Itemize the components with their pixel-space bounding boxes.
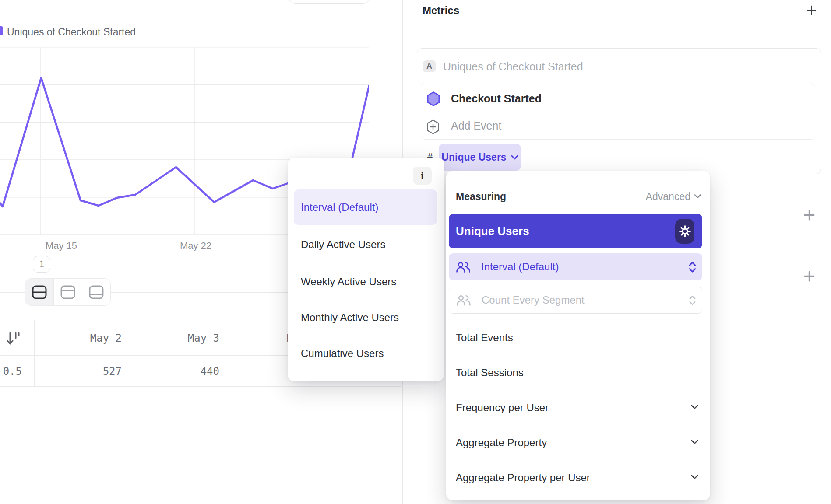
interval-selector-row[interactable]: Interval (Default): [449, 253, 702, 280]
up-down-chevron-icon: [689, 294, 696, 306]
segment-count-selector-row[interactable]: Count Every Segment: [449, 287, 702, 314]
chevron-down-icon[interactable]: [694, 194, 701, 199]
event-hexagon-icon: [427, 91, 440, 106]
legend-label: Uniques of Checkout Started: [7, 26, 136, 38]
metric-title[interactable]: Uniques of Checkout Started: [443, 60, 583, 73]
users-icon: [456, 294, 471, 306]
event-name[interactable]: Checkout Started: [451, 92, 542, 105]
layout-toggle-split[interactable]: [25, 279, 53, 305]
measure-option-aggregate-property[interactable]: Aggregate Property: [456, 437, 547, 449]
plus-icon: [804, 210, 815, 220]
menu-item-daily-active-users[interactable]: Daily Active Users: [301, 238, 385, 251]
measure-option-total-events[interactable]: Total Events: [456, 332, 513, 344]
table-cell-may3: 440: [122, 365, 219, 378]
measure-option-frequency-per-user[interactable]: Frequency per User: [456, 402, 549, 414]
add-metric-button[interactable]: [806, 5, 817, 15]
measurement-pill-label: Unique Users: [441, 151, 506, 163]
menu-item-interval-default[interactable]: Interval (Default): [294, 189, 437, 225]
add-filter-button[interactable]: [804, 210, 815, 220]
top-toolbar-button-partial[interactable]: [288, 0, 371, 4]
gear-icon: [678, 224, 692, 238]
measuring-mode-toggle[interactable]: Advanced: [626, 191, 690, 203]
layout-toggle-group: [25, 278, 111, 306]
add-event-icon[interactable]: [426, 119, 440, 134]
table-row-border: [0, 386, 401, 387]
table-cell-average-partial: 0.5: [0, 365, 22, 378]
layout-toggle-table[interactable]: [82, 279, 110, 305]
table-header-may3[interactable]: May 3: [122, 332, 219, 344]
selected-measure-label: Unique Users: [456, 224, 529, 238]
selected-aggregate-label: Interval (Default): [301, 201, 378, 214]
sort-icon[interactable]: [6, 331, 21, 346]
chevron-down-icon[interactable]: [690, 404, 699, 410]
add-event-label[interactable]: Add Event: [451, 119, 501, 132]
segment-count-label: Count Every Segment: [482, 294, 689, 306]
chevron-down-icon: [511, 155, 518, 160]
interval-selector-label: Interval (Default): [481, 261, 689, 273]
menu-item-weekly-active-users[interactable]: Weekly Active Users: [301, 276, 396, 288]
users-icon: [456, 261, 471, 273]
menu-item-cumulative-users[interactable]: Cumulative Users: [301, 347, 384, 360]
measure-option-aggregate-property-per-user[interactable]: Aggregate Property per User: [456, 472, 590, 484]
legend-swatch: [0, 26, 3, 35]
x-axis-tick: May 22: [180, 240, 211, 252]
page-number-badge[interactable]: 1: [33, 256, 50, 273]
up-down-chevron-icon: [689, 261, 696, 273]
measure-settings-button[interactable]: [675, 219, 694, 244]
measure-option-unique-users-selected[interactable]: Unique Users: [449, 214, 702, 248]
plus-icon: [806, 5, 817, 15]
chevron-down-icon[interactable]: [690, 439, 699, 444]
add-breakdown-button[interactable]: [804, 271, 815, 282]
chart-view-icon: [60, 284, 76, 300]
measuring-title: Measuring: [456, 191, 506, 203]
layout-toggle-chart[interactable]: [53, 279, 82, 305]
table-cell-may2: 527: [24, 365, 122, 378]
split-view-icon: [32, 284, 47, 300]
chevron-down-icon[interactable]: [690, 474, 699, 480]
table-header-may2[interactable]: May 2: [24, 332, 122, 344]
info-button[interactable]: i: [413, 167, 432, 185]
measurement-pill[interactable]: Unique Users: [439, 144, 521, 171]
measure-option-total-sessions[interactable]: Total Sessions: [456, 367, 524, 379]
metrics-panel-title: Metrics: [423, 4, 459, 17]
insights-report-screen: Uniques of Checkout Started May 15 May 2…: [0, 0, 831, 504]
plus-icon: [804, 271, 815, 282]
menu-item-monthly-active-users[interactable]: Monthly Active Users: [301, 312, 399, 324]
x-axis-tick: May 15: [46, 240, 77, 252]
metric-letter-badge: A: [423, 60, 436, 72]
table-view-icon: [88, 284, 104, 300]
